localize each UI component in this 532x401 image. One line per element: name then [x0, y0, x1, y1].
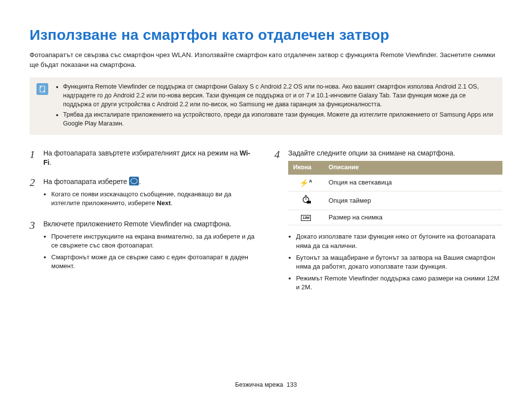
table-row: ⚡A Опция на светкавица	[288, 175, 502, 191]
step-number: 3	[30, 219, 38, 274]
step-1: 1 На фотоапарата завъртете избирателният…	[30, 149, 258, 168]
cell-desc: Размер на снимка	[324, 210, 502, 225]
left-column: 1 На фотоапарата завъртете избирателният…	[30, 149, 258, 304]
cell-desc: Опция таймер	[324, 191, 502, 210]
step-body: На фотоапарата завъртете избирателният д…	[43, 149, 258, 168]
sublist-item: Когато се появи изскачащото съобщение, п…	[51, 190, 258, 208]
bullet-item: Докато използвате тази функция няко от б…	[296, 232, 502, 250]
note-list: Функцията Remote Viewfinder се поддържа …	[55, 82, 496, 129]
note-box: Функцията Remote Viewfinder се поддържа …	[30, 77, 502, 135]
footer-section: Безжична мрежа	[235, 381, 283, 388]
svg-text:OFF: OFF	[307, 201, 311, 204]
table-row: OFF Опция таймер	[288, 191, 502, 210]
right-bullets: Докато използвате тази функция няко от б…	[288, 232, 502, 292]
step-2: 2 На фотоапарата изберете . Когато се по…	[30, 177, 258, 211]
page-title: Използване на смартфон като отдалечен за…	[30, 27, 502, 43]
step-sublist: Когато се появи изскачащото съобщение, п…	[43, 190, 258, 208]
step-body: Задайте следните опции за снимане на сма…	[288, 149, 502, 295]
table-header-icon: Икона	[288, 161, 324, 175]
step-number: 1	[30, 149, 38, 168]
cell-icon: ⚡A	[288, 175, 324, 191]
footer-page-number: 133	[287, 381, 297, 388]
sublist-item: Смартфонът може да се свърже само с един…	[51, 253, 258, 271]
step-text: .	[49, 158, 51, 166]
step-text: На фотоапарата изберете	[43, 178, 129, 185]
table-header-desc: Описание	[324, 161, 502, 175]
bullet-item: Режимът Remote Viewfinder поддържа само …	[296, 274, 502, 292]
note-icon	[36, 83, 48, 95]
right-column: 4 Задайте следните опции за снимане на с…	[274, 149, 502, 304]
step-4: 4 Задайте следните опции за снимане на с…	[274, 149, 502, 295]
sub-text: .	[170, 199, 172, 207]
timer-off-icon: OFF	[301, 194, 311, 204]
step-text: Задайте следните опции за снимане на сма…	[288, 149, 455, 157]
flash-icon: ⚡A	[299, 179, 312, 187]
cell-icon: OFF	[288, 191, 324, 210]
remote-viewfinder-icon	[129, 177, 139, 185]
page-footer: Безжична мрежа 133	[0, 381, 532, 388]
step-3: 3 Включете приложението Remote Viewfinde…	[30, 219, 258, 274]
step-number: 4	[274, 149, 283, 295]
cell-desc: Опция на светкавица	[324, 175, 502, 191]
sub-text: Когато се появи изскачащото съобщение, п…	[51, 190, 232, 207]
photo-size-12m-icon: 12M	[301, 215, 311, 221]
table-row: 12M Размер на снимка	[288, 210, 502, 225]
note-item: Функцията Remote Viewfinder се поддържа …	[63, 82, 496, 109]
options-table: Икона Описание ⚡A Опция на светкавица	[288, 161, 502, 225]
step-text: На фотоапарата завъртете избирателният д…	[43, 149, 239, 157]
note-item: Трябва да инсталирате приложението на ус…	[63, 110, 496, 128]
step-number: 2	[30, 177, 38, 211]
next-label: Next	[157, 199, 170, 207]
bullet-item: Бутонът за мащабиране и бутонът за затво…	[296, 253, 502, 271]
step-body: На фотоапарата изберете . Когато се появ…	[43, 177, 258, 211]
step-body: Включете приложението Remote Viewfinder …	[43, 219, 258, 274]
step-text: .	[139, 178, 141, 185]
cell-icon: 12M	[288, 210, 324, 225]
intro-paragraph: Фотоапаратът се свързва със смартфон чре…	[30, 50, 502, 69]
sublist-item: Прочетете инструкциите на екрана внимате…	[51, 232, 258, 250]
step-text: Включете приложението Remote Viewfinder …	[43, 220, 232, 228]
step-sublist: Прочетете инструкциите на екрана внимате…	[43, 232, 258, 271]
